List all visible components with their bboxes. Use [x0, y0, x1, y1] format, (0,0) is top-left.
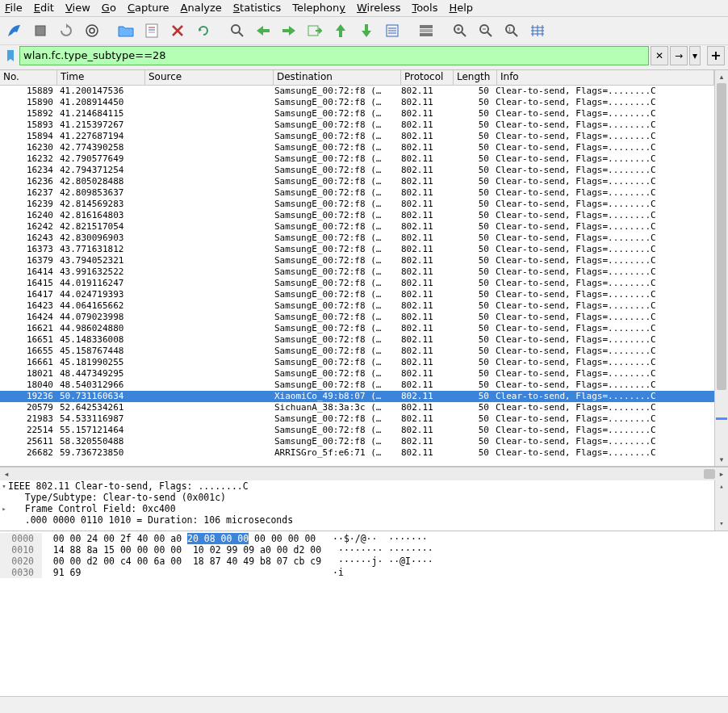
packet-row[interactable]: 1642444.079023998SamsungE_00:72:f8 (…802…: [0, 312, 714, 323]
open-file-icon[interactable]: [115, 19, 137, 42]
packet-row[interactable]: 1665545.158767448SamsungE_00:72:f8 (…802…: [0, 346, 714, 357]
packet-row[interactable]: 1623242.790577649SamsungE_00:72:f8 (…802…: [0, 153, 714, 165]
packet-bytes-pane[interactable]: 0000 00 00 24 00 2f 40 00 a0 20 08 00 00…: [0, 531, 728, 696]
restart-capture-icon[interactable]: [55, 19, 77, 42]
packet-row[interactable]: 1623442.794371254SamsungE_00:72:f8 (…802…: [0, 165, 714, 176]
col-header-source[interactable]: Source: [145, 70, 274, 85]
packet-row[interactable]: 2251455.157121464SamsungE_00:72:f8 (…802…: [0, 425, 714, 436]
packet-row[interactable]: 1665145.148336008SamsungE_00:72:f8 (…802…: [0, 334, 714, 346]
menu-tools[interactable]: Tools: [412, 2, 437, 14]
details-line[interactable]: ▸ Frame Control Field: 0xc400: [0, 503, 728, 514]
packet-row[interactable]: 1637343.771631812SamsungE_00:72:f8 (…802…: [0, 244, 714, 255]
hex-line[interactable]: 0020 00 00 d2 00 c4 00 6a 00 18 87 40 49…: [0, 556, 728, 567]
go-first-icon[interactable]: [329, 19, 352, 42]
packet-row[interactable]: 1624042.816164803SamsungE_00:72:f8 (…802…: [0, 210, 714, 221]
packet-list-vscrollbar[interactable]: ▴ ▾: [714, 70, 728, 467]
svg-line-24: [487, 32, 492, 36]
packet-row[interactable]: 1923650.731160634XiaomiCo_49:b8:07 (…802…: [0, 391, 714, 402]
menu-help[interactable]: Help: [449, 2, 473, 14]
packet-row[interactable]: 1637943.794052321SamsungE_00:72:f8 (…802…: [0, 255, 714, 266]
zoom-out-icon[interactable]: [475, 19, 497, 42]
go-back-icon[interactable]: [252, 19, 274, 42]
details-vscrollbar[interactable]: ▴▾: [714, 480, 728, 531]
menu-capture[interactable]: Capture: [128, 2, 169, 14]
menu-go[interactable]: Go: [102, 2, 116, 14]
packet-list-header[interactable]: No. Time Source Destination Protocol Len…: [0, 70, 714, 86]
menubar[interactable]: FileEditViewGoCaptureAnalyzeStatisticsTe…: [0, 0, 728, 17]
col-header-no[interactable]: No.: [0, 70, 57, 85]
packet-row[interactable]: 2668259.736723850ARRISGro_5f:e6:71 (…802…: [0, 447, 714, 459]
packet-row[interactable]: 1623742.809853637SamsungE_00:72:f8 (…802…: [0, 187, 714, 199]
svg-rect-17: [420, 29, 433, 32]
filter-history-dropdown[interactable]: ▾: [689, 46, 701, 65]
packet-details-pane[interactable]: ▾IEEE 802.11 Clear-to-send, Flags: .....…: [0, 480, 728, 531]
packet-row[interactable]: 1588941.200147536SamsungE_00:72:f8 (…802…: [0, 86, 714, 97]
stop-capture-icon[interactable]: [29, 19, 52, 42]
menu-file[interactable]: File: [5, 2, 23, 14]
close-file-icon[interactable]: [166, 19, 189, 42]
col-header-protocol[interactable]: Protocol: [401, 70, 454, 85]
packet-row[interactable]: 1662144.986024880SamsungE_00:72:f8 (…802…: [0, 323, 714, 334]
details-line[interactable]: Type/Subtype: Clear-to-send (0x001c): [0, 492, 728, 503]
packet-row[interactable]: 1641544.019116247SamsungE_00:72:f8 (…802…: [0, 278, 714, 289]
menu-ytelephon[interactable]: Telephony: [292, 2, 345, 14]
packet-row[interactable]: 1623942.814569283SamsungE_00:72:f8 (…802…: [0, 199, 714, 210]
auto-scroll-icon[interactable]: [381, 19, 404, 42]
packet-row[interactable]: 1804048.540312966SamsungE_00:72:f8 (…802…: [0, 380, 714, 391]
hex-line[interactable]: 0010 14 88 8a 15 00 00 00 00 10 02 99 09…: [0, 544, 728, 556]
col-header-length[interactable]: Length: [454, 70, 497, 85]
packet-row[interactable]: 1641744.024719393SamsungE_00:72:f8 (…802…: [0, 289, 714, 300]
packet-row[interactable]: 2198354.533116987SamsungE_00:72:f8 (…802…: [0, 413, 714, 425]
add-filter-expression-button[interactable]: +: [707, 46, 725, 65]
packet-row[interactable]: 1666145.181990255SamsungE_00:72:f8 (…802…: [0, 357, 714, 368]
go-to-packet-icon[interactable]: [303, 19, 326, 42]
menu-edit[interactable]: Edit: [34, 2, 54, 14]
packet-row[interactable]: 1624342.830096903SamsungE_00:72:f8 (…802…: [0, 233, 714, 244]
col-header-destination[interactable]: Destination: [274, 70, 401, 85]
hex-line[interactable]: 0000 00 00 24 00 2f 40 00 a0 20 08 00 00…: [0, 533, 728, 544]
save-file-icon[interactable]: [140, 19, 163, 42]
toolbar: 1: [0, 17, 728, 45]
apply-filter-button[interactable]: →: [670, 46, 688, 65]
packet-row[interactable]: 1802148.447349295SamsungE_00:72:f8 (…802…: [0, 368, 714, 380]
svg-point-2: [90, 28, 94, 33]
col-header-info[interactable]: Info: [497, 70, 714, 85]
menu-wireless[interactable]: Wireless: [357, 2, 400, 14]
packet-list-hscrollbar[interactable]: ◂▸: [0, 467, 728, 480]
packet-row[interactable]: 1623042.774390258SamsungE_00:72:f8 (…802…: [0, 142, 714, 153]
svg-rect-18: [420, 33, 433, 36]
clear-filter-button[interactable]: ✕: [651, 46, 668, 65]
display-filter-input[interactable]: [19, 46, 649, 65]
shark-fin-icon[interactable]: [3, 19, 26, 42]
capture-options-icon[interactable]: [81, 19, 103, 42]
find-packet-icon[interactable]: [226, 19, 249, 42]
go-last-icon[interactable]: [355, 19, 378, 42]
packet-list-pane: No. Time Source Destination Protocol Len…: [0, 69, 728, 468]
bookmark-filter-icon[interactable]: [3, 48, 18, 63]
col-header-time[interactable]: Time: [57, 70, 145, 85]
packet-row[interactable]: 2561158.320550488SamsungE_00:72:f8 (…802…: [0, 436, 714, 447]
details-line[interactable]: ▾IEEE 802.11 Clear-to-send, Flags: .....…: [0, 480, 728, 492]
hex-line[interactable]: 0030 91 69 ·i: [0, 567, 728, 578]
go-forward-icon[interactable]: [278, 19, 300, 42]
zoom-in-icon[interactable]: [449, 19, 471, 42]
packet-row[interactable]: 1641443.991632522SamsungE_00:72:f8 (…802…: [0, 266, 714, 278]
menu-view[interactable]: View: [65, 2, 90, 14]
packet-row[interactable]: 1642344.064165662SamsungE_00:72:f8 (…802…: [0, 300, 714, 312]
packet-row[interactable]: 1589241.214684115SamsungE_00:72:f8 (…802…: [0, 108, 714, 120]
packet-row[interactable]: 2057952.642534261SichuanA_38:3a:3c (…802…: [0, 402, 714, 413]
packet-row[interactable]: 1589341.215397267SamsungE_00:72:f8 (…802…: [0, 120, 714, 131]
packet-row[interactable]: 1589441.227687194SamsungE_00:72:f8 (…802…: [0, 131, 714, 142]
packet-row[interactable]: 1623642.805028488SamsungE_00:72:f8 (…802…: [0, 176, 714, 187]
menu-statistics[interactable]: Statistics: [233, 2, 281, 14]
svg-line-20: [462, 32, 466, 36]
colorize-icon[interactable]: [415, 19, 437, 42]
packet-row[interactable]: 1624242.821517054SamsungE_00:72:f8 (…802…: [0, 221, 714, 233]
resize-columns-icon[interactable]: [526, 19, 549, 42]
reload-file-icon[interactable]: [192, 19, 215, 42]
packet-row[interactable]: 1589041.208914450SamsungE_00:72:f8 (…802…: [0, 97, 714, 108]
zoom-reset-icon[interactable]: 1: [500, 19, 523, 42]
menu-analyze[interactable]: Analyze: [181, 2, 222, 14]
svg-line-27: [513, 32, 517, 36]
details-line[interactable]: .000 0000 0110 1010 = Duration: 106 micr…: [0, 514, 728, 526]
